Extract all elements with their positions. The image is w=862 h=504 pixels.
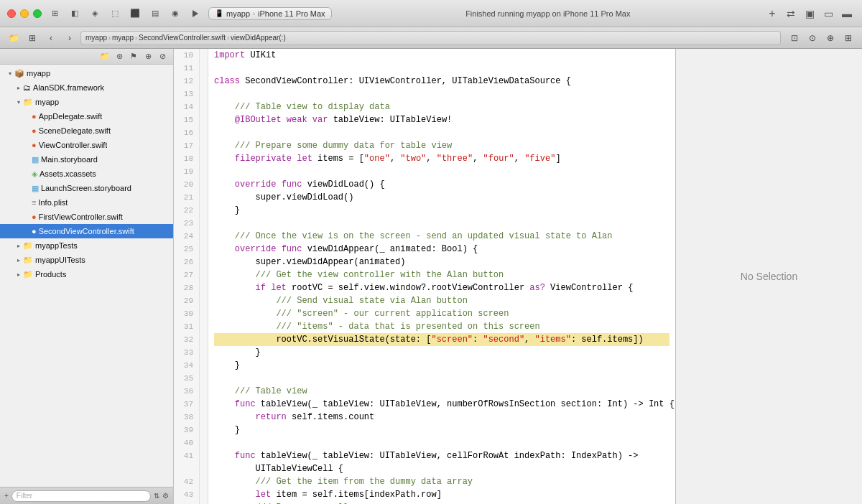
environment-overrides-icon[interactable]: ⇄ <box>783 6 799 22</box>
code-line-14: /// Once the view is on the screen - sen… <box>214 230 669 243</box>
gutter-line-15 <box>200 243 208 256</box>
line-number-40: 40 <box>174 437 196 449</box>
location-icon[interactable]: ◉ <box>168 6 182 21</box>
code-line-24: } <box>214 359 669 372</box>
tree-item-viewcontroller[interactable]: ▸ ● ViewController.swift <box>0 138 173 152</box>
folder-icon[interactable]: 📁 <box>6 30 22 46</box>
code-line-21: /// "items" - data that is presented on … <box>214 320 669 333</box>
code-line-30 <box>214 437 669 449</box>
code-line-0: import UIKit <box>214 49 669 62</box>
tree-item-launchscreen[interactable]: ▸ ▦ LaunchScreen.storyboard <box>0 181 173 195</box>
code-line-4: /// Table view to display data <box>214 101 669 113</box>
no-selection-label: No Selection <box>741 271 797 282</box>
code-line-33: /// Get the item from the dummy data arr… <box>214 475 669 488</box>
code-line-23: } <box>214 346 669 359</box>
gutter-line-6 <box>200 126 208 139</box>
sidebar-icon-4[interactable]: ⊕ <box>142 52 154 61</box>
view-2-icon[interactable]: ▭ <box>820 6 836 22</box>
code-line-28: return self.items.count <box>214 411 669 424</box>
swift-file-icon5: ● <box>32 227 37 235</box>
settings-icon[interactable]: ⚙ <box>162 492 169 500</box>
line-number-41 <box>174 462 196 475</box>
breadcrumb-myapp2[interactable]: myapp <box>112 34 134 42</box>
sidebar: 📁 ⊛ ⚑ ⊕ ⊘ ▾ 📦 myapp ▸ 🗂 AlanSDK.framewor… <box>0 49 174 504</box>
tree-item-myapptests[interactable]: ▸ 📁 myappTests <box>0 238 173 253</box>
tree-item-myapp-group[interactable]: ▾ 📁 myapp <box>0 95 173 109</box>
toolbar-right: + ⇄ ▣ ▭ ▬ <box>764 6 855 22</box>
assistant-icon[interactable]: ⊞ <box>840 30 856 46</box>
tree-item-scenedelegate[interactable]: ▸ ● SceneDelegate.swift <box>0 123 173 138</box>
sidebar-icon-5[interactable]: ⊘ <box>156 52 169 61</box>
code-line-1 <box>214 62 669 75</box>
scheme-selector[interactable]: 📱 myapp › iPhone 11 Pro Max <box>208 7 332 20</box>
code-line-15: override func viewDidAppear(_ animated: … <box>214 243 669 256</box>
breadcrumb-myapp[interactable]: myapp <box>85 34 107 42</box>
filter-placeholder: Filter <box>17 492 32 500</box>
tree-item-alansdk[interactable]: ▸ 🗂 AlanSDK.framework <box>0 80 173 95</box>
inspect-icon[interactable]: ⊡ <box>787 30 802 46</box>
tree-item-secondvc[interactable]: ▸ ● SecondViewController.swift <box>0 224 173 238</box>
close-button[interactable] <box>7 9 16 18</box>
gutter-line-11 <box>200 191 208 204</box>
inspector-panel: No Selection <box>675 49 862 504</box>
tree-item-products[interactable]: ▸ 📁 Products <box>0 267 173 281</box>
minimize-button[interactable] <box>20 9 29 18</box>
jump-icon[interactable]: ⊙ <box>805 30 820 46</box>
breadcrumb-method[interactable]: viewDidAppear(:) <box>231 34 286 42</box>
code-line-17: /// Get the view controller with the Ala… <box>214 269 669 281</box>
line-number-35: 35 <box>174 372 196 385</box>
code-line-31: func tableView(_ tableView: UITableView,… <box>214 449 669 462</box>
code-view[interactable]: 1011121314151617181920212223242526272829… <box>174 49 675 504</box>
code-line-12: } <box>214 204 669 217</box>
line-number-10: 10 <box>174 49 196 62</box>
sidebar-header-icons: 📁 ⊛ ⚑ ⊕ ⊘ <box>98 52 169 61</box>
tree-item-myapp-root[interactable]: ▾ 📦 myapp <box>0 66 173 80</box>
tree-item-myappuitests[interactable]: ▸ 📁 myappUITests <box>0 253 173 267</box>
line-number-22: 22 <box>174 204 196 217</box>
run-button[interactable] <box>188 6 203 21</box>
line-number-12: 12 <box>174 75 196 88</box>
code-content[interactable]: import UIKit class SecondViewController:… <box>208 49 675 504</box>
sidebar-icon-2[interactable]: ⊛ <box>113 52 126 61</box>
main-area: 📁 ⊛ ⚑ ⊕ ⊘ ▾ 📦 myapp ▸ 🗂 AlanSDK.framewor… <box>0 49 862 504</box>
gutter-line-2 <box>200 75 208 88</box>
breadcrumb: myapp › myapp › SecondViewController.swi… <box>80 31 781 45</box>
tree-label-firstvc: FirstViewController.swift <box>39 213 123 221</box>
breakpoints-icon[interactable]: ◈ <box>88 6 102 21</box>
sidebar-icon-1[interactable]: 📁 <box>98 52 111 61</box>
gutter-line-23 <box>200 346 208 359</box>
tree-item-mainstoryboard[interactable]: ▸ ▦ Main.storyboard <box>0 152 173 167</box>
add-filter-icon[interactable]: + <box>4 492 9 500</box>
back-button[interactable]: ‹ <box>43 30 59 46</box>
hide-left-panel-icon[interactable]: ◧ <box>68 6 82 21</box>
forward-button[interactable]: › <box>62 30 78 46</box>
tree-item-firstvc[interactable]: ▸ ● FirstViewController.swift <box>0 210 173 224</box>
tree-item-infoplist[interactable]: ▸ ≡ Info.plist <box>0 195 173 210</box>
sidebar-icon-3[interactable]: ⚑ <box>127 52 140 61</box>
tree-label-alansdk: AlanSDK.framework <box>33 83 104 92</box>
tree-item-assets[interactable]: ▸ ◈ Assets.xcassets <box>0 167 173 181</box>
step-in-icon[interactable]: ⬛ <box>128 6 142 21</box>
line-number-38: 38 <box>174 411 196 424</box>
code-line-9 <box>214 165 669 178</box>
sidebar-toggle-icon[interactable]: ⊞ <box>47 6 62 21</box>
code-line-10: override func viewDidLoad() { <box>214 178 669 191</box>
grid-view-icon[interactable]: ⊞ <box>24 30 40 46</box>
view-switcher-icon[interactable]: ▣ <box>802 6 817 22</box>
related-items-icon[interactable]: ⊕ <box>822 30 838 46</box>
sort-icon[interactable]: ⇅ <box>154 492 159 500</box>
step-over-icon[interactable]: ⬚ <box>108 6 122 21</box>
tree-item-appdelegate[interactable]: ▸ ● AppDelegate.swift <box>0 109 173 123</box>
view-3-icon[interactable]: ▬ <box>839 6 855 22</box>
folder-yellow-icon: 📁 <box>23 98 33 107</box>
code-line-22: rootVC.setVisualState(state: ["screen": … <box>214 333 669 346</box>
line-number-29: 29 <box>174 294 196 307</box>
gutter-line-21 <box>200 320 208 333</box>
gutter-line-1 <box>200 62 208 75</box>
filter-field[interactable]: Filter <box>11 490 151 502</box>
breadcrumb-file[interactable]: SecondViewController.swift <box>139 34 226 42</box>
step-out-icon[interactable]: ▤ <box>148 6 162 21</box>
add-icon[interactable]: + <box>764 6 780 22</box>
tree-label-scenedelegate: SceneDelegate.swift <box>39 126 111 135</box>
fullscreen-button[interactable] <box>33 9 42 18</box>
